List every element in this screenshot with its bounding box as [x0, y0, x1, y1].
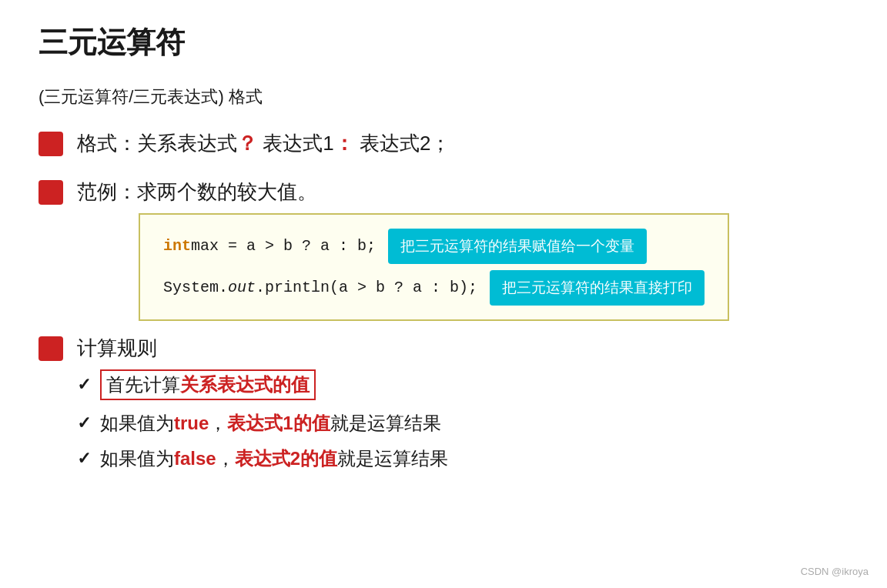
page-title: 三元运算符: [38, 23, 849, 62]
code-int-keyword: int: [163, 232, 191, 260]
subtitle: (三元运算符/三元表达式) 格式: [38, 85, 849, 109]
tooltip-print: 把三元运算符的结果直接打印: [490, 270, 705, 306]
rule3-middle: ，: [216, 448, 235, 469]
rule-3-text: 如果值为false，表达式2的值就是运算结果: [100, 446, 448, 471]
checkmark-1: ✓: [77, 375, 91, 395]
rule-2-text: 如果值为true，表达式1的值就是运算结果: [100, 411, 441, 436]
example-text: 范例：求两个数的较大值。: [77, 180, 317, 203]
code-block: int max = a > b ? a : b; 把三元运算符的结果赋值给一个变…: [139, 213, 729, 321]
rule-item-3: ✓ 如果值为false，表达式2的值就是运算结果: [77, 446, 849, 471]
rule2-highlight: 表达式1的值: [227, 413, 330, 433]
section-title-format: 格式：关系表达式？ 表达式1： 表达式2；: [77, 130, 849, 157]
section-content-format: 格式：关系表达式？ 表达式1： 表达式2；: [77, 130, 849, 157]
rule2-suffix: 就是运算结果: [330, 413, 441, 433]
rule-item-1: ✓ 首先计算关系表达式的值: [77, 369, 849, 400]
rule2-prefix: 如果值为: [100, 413, 174, 433]
calc-rules-list: ✓ 首先计算关系表达式的值 ✓ 如果值为true，表达式1的值就是运算结果 ✓ …: [77, 369, 849, 471]
code-line1-rest: max = a > b ? a : b;: [191, 232, 376, 260]
code-block-wrapper: int max = a > b ? a : b; 把三元运算符的结果赋值给一个变…: [139, 213, 729, 321]
tooltip-assign: 把三元运算符的结果赋值给一个变量: [388, 229, 647, 264]
section-calc: 计算规则 ✓ 首先计算关系表达式的值 ✓ 如果值为true，表达式1的值就是运算…: [38, 335, 849, 482]
rule-1-text: 首先计算关系表达式的值: [100, 369, 316, 400]
rule-item-2: ✓ 如果值为true，表达式1的值就是运算结果: [77, 411, 849, 436]
checkmark-2: ✓: [77, 413, 91, 433]
code-out: out: [228, 274, 256, 302]
format-text-normal3: 表达式2；: [354, 132, 451, 155]
code-line-1: int max = a > b ? a : b; 把三元运算符的结果赋值给一个变…: [163, 229, 705, 264]
rule2-keyword: true: [174, 413, 209, 433]
code-println: .println(a > b ? a : b);: [256, 274, 477, 302]
format-text-normal1: 格式：关系表达式: [77, 132, 237, 155]
checkmark-3: ✓: [77, 449, 91, 469]
code-system: System.: [163, 274, 228, 302]
section-content-calc: 计算规则 ✓ 首先计算关系表达式的值 ✓ 如果值为true，表达式1的值就是运算…: [77, 335, 849, 482]
rule3-keyword: false: [174, 448, 216, 469]
rule3-highlight: 表达式2的值: [235, 448, 337, 469]
rule1-normal: 首先计算: [106, 374, 180, 395]
section-title-calc: 计算规则: [77, 335, 849, 362]
rule1-red: 关系表达式的值: [180, 374, 310, 395]
format-colon: ：: [334, 132, 354, 155]
rule3-prefix: 如果值为: [100, 448, 174, 469]
format-question-mark: ？: [237, 132, 257, 155]
watermark: CSDN @ikroya: [801, 566, 869, 577]
section-example: 范例：求两个数的较大值。 int max = a > b ? a : b; 把三…: [38, 179, 849, 321]
code-line-2: System.out.println(a > b ? a : b); 把三元运算…: [163, 270, 705, 306]
section-icon-format: [38, 132, 63, 156]
section-icon-example: [38, 180, 63, 205]
calc-text: 计算规则: [77, 336, 157, 359]
section-content-example: 范例：求两个数的较大值。 int max = a > b ? a : b; 把三…: [77, 179, 849, 321]
section-icon-calc: [38, 336, 63, 361]
rule3-suffix: 就是运算结果: [337, 448, 448, 469]
section-format: 格式：关系表达式？ 表达式1： 表达式2；: [38, 130, 849, 157]
format-text-normal2: 表达式1: [257, 132, 334, 155]
section-title-example: 范例：求两个数的较大值。: [77, 179, 849, 205]
rule2-middle: ，: [209, 413, 227, 433]
